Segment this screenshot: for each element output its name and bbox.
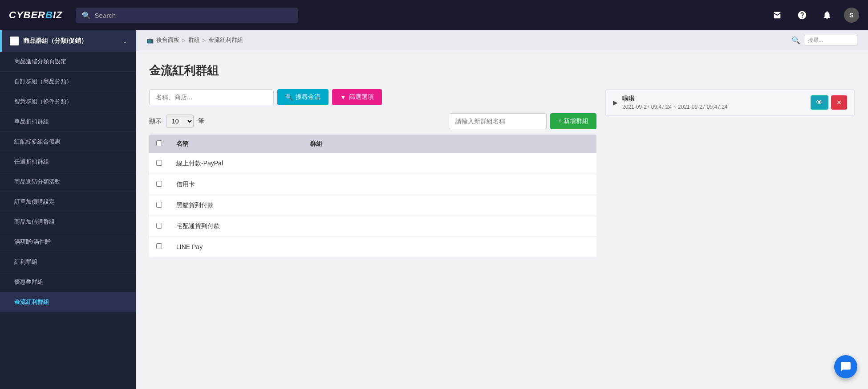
new-group-input[interactable] (449, 113, 547, 129)
search-btn-icon: 🔍 (285, 94, 293, 101)
breadcrumb-search: 🔍 (791, 35, 857, 45)
left-panel: 🔍 搜尋金流 ▼ 篩選選項 顯示 10 (149, 89, 596, 257)
add-group-button[interactable]: + 新增群組 (550, 113, 596, 129)
breadcrumb-current: 金流紅利群組 (208, 36, 243, 44)
chat-button[interactable] (834, 355, 857, 378)
sidebar: 商品群組（分類/促銷） ⌄ 商品進階分類頁設定 自訂群組（商品分類） 智慧群組（… (0, 30, 136, 389)
row-checkbox-0[interactable] (156, 160, 162, 166)
table-row: 宅配通貨到付款 (149, 216, 596, 237)
sidebar-item-single-discount[interactable]: 單品折扣群組 (0, 112, 136, 132)
breadcrumb-search-icon: 🔍 (791, 36, 800, 45)
row-name: LINE Pay (169, 237, 303, 257)
row-group (303, 174, 596, 195)
user-avatar[interactable]: S (844, 8, 859, 23)
row-checkbox-cell (149, 216, 169, 237)
table-row: 信用卡 (149, 174, 596, 195)
sidebar-item-product-upsell-group[interactable]: 商品加值購群組 (0, 212, 136, 232)
breadcrumb-home: 後台面板 (156, 36, 179, 44)
table-row: LINE Pay (149, 237, 596, 257)
filter-button[interactable]: ▼ 篩選選項 (332, 89, 382, 105)
sidebar-header-label: 商品群組（分類/促銷） (23, 37, 87, 45)
new-group-panel: + 新增群組 (449, 113, 596, 129)
top-header: CYBERBIZ 🔍 Search S (0, 0, 868, 30)
row-checkbox-cell (149, 153, 169, 174)
row-checkbox-1[interactable] (156, 181, 162, 187)
breadcrumb-search-input[interactable] (804, 35, 857, 45)
search-placeholder-text: Search (94, 12, 116, 19)
search-panel: 🔍 搜尋金流 ▼ 篩選選項 (149, 89, 596, 105)
page-content: 金流紅利群組 🔍 搜尋金流 ▼ 篩選選項 (136, 50, 868, 389)
breadcrumb-sep-2: > (203, 37, 206, 44)
add-group-btn-label: + 新增群組 (558, 117, 588, 125)
row-group (303, 153, 596, 174)
sidebar-item-advanced-activity[interactable]: 商品進階分類活動 (0, 172, 136, 192)
group-chevron-icon: ▶ (613, 99, 618, 106)
breadcrumb-groups: 群組 (188, 36, 200, 44)
row-checkbox-3[interactable] (156, 223, 162, 229)
group-name: 啦啦 (622, 95, 728, 103)
notification-icon[interactable] (819, 7, 835, 23)
filter-icon: ▼ (340, 94, 346, 101)
help-icon[interactable] (794, 7, 810, 23)
data-table: 名稱 群組 線上付款-PayPal 信用卡 (149, 135, 596, 257)
search-btn-label: 搜尋金流 (296, 93, 320, 101)
sidebar-item-custom-group[interactable]: 自訂群組（商品分類） (0, 72, 136, 92)
row-checkbox-cell (149, 174, 169, 195)
display-label: 顯示 (149, 117, 162, 125)
group-date-range: 2021-09-27 09:47:24 ~ 2021-09-27 09:47:2… (622, 104, 728, 110)
row-group (303, 216, 596, 237)
content-area: 📺 後台面板 > 群組 > 金流紅利群組 🔍 金流紅利群組 (136, 30, 868, 389)
header-right: S (769, 7, 859, 23)
sidebar-header[interactable]: 商品群組（分類/促銷） ⌄ (0, 30, 136, 52)
row-name: 信用卡 (169, 174, 303, 195)
sidebar-item-combo-discount[interactable]: 紅配綠多組合優惠 (0, 132, 136, 152)
sidebar-item-advanced-category[interactable]: 商品進階分類頁設定 (0, 52, 136, 72)
select-all-checkbox[interactable] (156, 140, 162, 146)
main-layout: 商品群組（分類/促銷） ⌄ 商品進階分類頁設定 自訂群組（商品分類） 智慧群組（… (0, 30, 868, 389)
table-header-group: 群組 (303, 135, 596, 153)
breadcrumb-icon: 📺 (146, 37, 154, 44)
group-delete-button[interactable]: ✕ (831, 95, 847, 110)
table-header-name: 名稱 (169, 135, 303, 153)
group-info: 啦啦 2021-09-27 09:47:24 ~ 2021-09-27 09:4… (622, 95, 728, 110)
row-group (303, 237, 596, 257)
store-icon[interactable] (769, 7, 785, 23)
controls-left: 顯示 10 25 50 100 筆 (149, 115, 204, 128)
group-list-panel: ▶ 啦啦 2021-09-27 09:47:24 ~ 2021-09-27 09… (605, 89, 855, 116)
sidebar-item-bonus-group[interactable]: 紅利群組 (0, 252, 136, 272)
row-checkbox-4[interactable] (156, 243, 162, 249)
chevron-down-icon: ⌄ (122, 37, 128, 45)
sidebar-item-order-upsell[interactable]: 訂單加價購設定 (0, 192, 136, 212)
row-name: 線上付款-PayPal (169, 153, 303, 174)
display-select[interactable]: 10 25 50 100 (166, 115, 194, 128)
group-actions: 👁 ✕ (811, 95, 847, 110)
page-title: 金流紅利群組 (149, 63, 855, 78)
table-row: 黑貓貨到付款 (149, 195, 596, 216)
row-group (303, 195, 596, 216)
row-checkbox-2[interactable] (156, 202, 162, 208)
group-list-item-left: ▶ 啦啦 2021-09-27 09:47:24 ~ 2021-09-27 09… (613, 95, 728, 110)
search-input[interactable] (149, 89, 274, 105)
table-header-checkbox (149, 135, 169, 153)
breadcrumb-sep-1: > (182, 37, 186, 44)
right-panel: ▶ 啦啦 2021-09-27 09:47:24 ~ 2021-09-27 09… (605, 89, 855, 116)
sidebar-item-optional-discount[interactable]: 任選折扣群組 (0, 152, 136, 172)
top-section: 🔍 搜尋金流 ▼ 篩選選項 顯示 10 (149, 89, 855, 257)
search-button[interactable]: 🔍 搜尋金流 (277, 89, 329, 105)
breadcrumb: 📺 後台面板 > 群組 > 金流紅利群組 (146, 36, 243, 44)
breadcrumb-bar: 📺 後台面板 > 群組 > 金流紅利群組 🔍 (136, 30, 868, 50)
group-list-item: ▶ 啦啦 2021-09-27 09:47:24 ~ 2021-09-27 09… (606, 90, 854, 116)
logo: CYBERBIZ (9, 9, 62, 21)
group-view-button[interactable]: 👁 (811, 95, 828, 110)
global-search-bar[interactable]: 🔍 Search (76, 8, 298, 23)
sidebar-item-coupon-group[interactable]: 優惠券群組 (0, 272, 136, 292)
table-header-row: 名稱 群組 (149, 135, 596, 153)
row-name: 宅配通貨到付款 (169, 216, 303, 237)
sidebar-group-icon (10, 37, 19, 45)
search-icon: 🔍 (82, 11, 91, 20)
filter-btn-label: 篩選選項 (349, 93, 374, 101)
controls-row: 顯示 10 25 50 100 筆 + (149, 113, 596, 129)
sidebar-item-smart-group[interactable]: 智慧群組（條件分類） (0, 92, 136, 112)
sidebar-item-payment-bonus-group[interactable]: 金流紅利群組 (0, 292, 136, 312)
sidebar-item-full-amount-gift[interactable]: 滿額贈/滿件贈 (0, 232, 136, 252)
